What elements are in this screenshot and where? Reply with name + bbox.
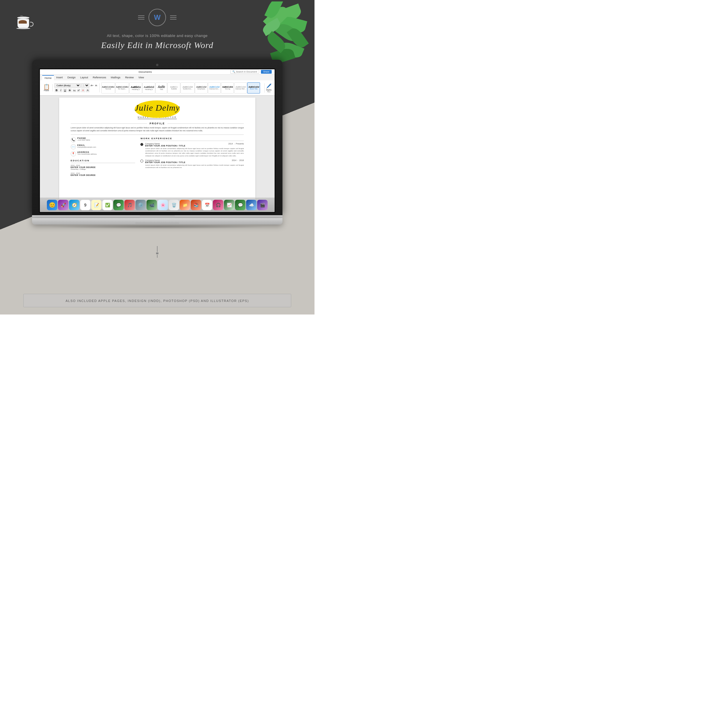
dock-itunes[interactable]: 🎧 [213, 200, 223, 210]
style-strong[interactable]: AaBbCcDd Strong [221, 83, 234, 93]
laptop-base [32, 218, 283, 225]
dock-launchpad[interactable]: 🚀 [58, 200, 69, 210]
toolbar-ribbon: 📋 Paste Calibri (Body) 12 [40, 80, 275, 95]
laptop-screen-bezel: Document1 🔍 Search in Document Share Hom… [39, 69, 275, 213]
style-book-title[interactable]: AaBbCcDd Book Title [247, 83, 260, 93]
dock-files[interactable]: 📁 [180, 200, 190, 210]
paste-label[interactable]: Paste [44, 89, 49, 92]
style-emphasis[interactable]: AaBbCcDd Emphasis [195, 83, 208, 93]
toolbar-tabs: Home Insert Design Layout References Mai… [40, 75, 275, 80]
dock-books[interactable]: 📚 [191, 200, 201, 210]
address-label: ADDRESS [78, 151, 97, 153]
dock-messages2[interactable]: 💬 [235, 200, 245, 210]
dock-safari[interactable]: 🧭 [69, 200, 80, 210]
superscript-button[interactable]: x² [77, 89, 81, 92]
styles-group: AaBbCcDdEe Normal AaBbCcDdEe No Spaci...… [100, 83, 264, 93]
dock-reminders[interactable]: ✅ [102, 200, 113, 210]
education-section: EDUCATION 2010 - 2019 ENTER YOUR DEGREE … [71, 159, 135, 176]
dock-notes[interactable]: 📝 [91, 200, 102, 210]
dock-calendar[interactable]: 9 [80, 200, 90, 210]
header-subtitle: All text, shape, color is 100% editable … [63, 34, 252, 38]
style-subtle-emph[interactable]: AaBbCcDd Subtle Em... [180, 83, 194, 93]
style-normal[interactable]: AaBbCcDdEe Normal [101, 83, 115, 93]
phone-item: 📞 PHONE +123 4567 8953 [71, 137, 135, 142]
email-label: EMAIL [78, 144, 96, 146]
address-value: Your street/state address. [78, 153, 97, 155]
dock-finder[interactable]: 😊 [47, 200, 57, 210]
dock-icloud[interactable]: ☁️ [246, 200, 257, 210]
word-icon-container: W [138, 9, 176, 26]
style-quote[interactable]: AaBbCcDd Intense Ref... [234, 83, 247, 93]
font-color-button[interactable]: A [81, 88, 85, 92]
bottom-banner-text: ALSO INCLUDED APPLE PAGES, INDESIGN (IND… [66, 299, 249, 303]
laptop-screen-outer: Document1 🔍 Search in Document Share Hom… [32, 60, 283, 215]
right-column: WORK EXPERIENCE Company Name [140, 137, 244, 179]
tab-design[interactable]: Design [65, 75, 78, 80]
dock-music[interactable]: 🎵 [124, 200, 135, 210]
search-in-doc[interactable]: 🔍 Search in Document [230, 70, 259, 74]
editing-group: 🖊️ Styles Pane [265, 83, 273, 93]
dock-trash[interactable]: 🗑️ [168, 200, 179, 210]
work-item-2: Company Name 2014 - 2016 EN [140, 159, 244, 169]
edu-item-2: 2010 - 2019 ENTER YOUR DEGREE [71, 172, 135, 176]
tab-review[interactable]: Review [123, 75, 136, 80]
address-item: 📍 ADDRESS Your street/state address. [71, 151, 135, 156]
tab-view[interactable]: View [136, 75, 146, 80]
tab-home[interactable]: Home [42, 75, 54, 80]
style-heading2[interactable]: AaBbDd Heading 2 [142, 83, 155, 93]
resume-page: Julie Delmy MARKETING DIRECTOR PROFILE [59, 98, 256, 210]
font-select[interactable]: Calibri (Body) [55, 83, 81, 88]
mac-dock: 😊 🚀 🧭 9 📝 ✅ 💬 🎵 ⚙️ 📹 🌸 🗑️ 📁 📚 📅 🎧 [40, 197, 275, 212]
left-column: 📞 PHONE +123 4567 8953 ✉️ EMAI [71, 137, 135, 179]
laptop: Document1 🔍 Search in Document Share Hom… [32, 60, 283, 229]
tab-layout[interactable]: Layout [78, 75, 90, 80]
underline-button[interactable]: U [63, 88, 67, 92]
work-section-title: WORK EXPERIENCE [140, 137, 244, 141]
dock-sysprefs[interactable]: ⚙️ [135, 200, 146, 210]
style-subtitle[interactable]: AaBbCc Subtitle [167, 83, 180, 93]
laptop-shadow [47, 225, 268, 229]
highlight-button[interactable]: A [86, 88, 90, 92]
laptop-hinge [32, 215, 283, 218]
italic-button[interactable]: I [60, 88, 63, 92]
education-title: EDUCATION [71, 159, 135, 163]
font-group: Calibri (Body) 12 A+ A- B I [53, 83, 99, 92]
dock-messages[interactable]: 💬 [113, 200, 124, 210]
resume-header: Julie Delmy MARKETING DIRECTOR [71, 103, 244, 119]
doc-content: Julie Delmy MARKETING DIRECTOR PROFILE [40, 96, 275, 212]
dock-stocks[interactable]: 📈 [224, 200, 234, 210]
work-item-1: Company Name 2014 - Presents [140, 143, 244, 157]
style-heading1[interactable]: AaBbCc Heading 1 [129, 83, 142, 93]
laptop-camera [156, 64, 158, 66]
style-no-spacing[interactable]: AaBbCcDdEe No Spaci... [115, 83, 129, 93]
profile-section: PROFILE Lorem ipsum dolor sit amet conse… [71, 122, 244, 132]
email-item: ✉️ EMAIL example@example.com [71, 144, 135, 149]
profile-section-title: PROFILE [149, 122, 165, 125]
tab-insert[interactable]: Insert [54, 75, 65, 80]
coffee-cup [15, 9, 37, 31]
share-button[interactable]: Share [261, 70, 272, 74]
phone-label: PHONE [78, 137, 90, 139]
bottom-banner: ALSO INCLUDED APPLE PAGES, INDESIGN (IND… [23, 294, 291, 307]
tab-mailings[interactable]: Mailings [109, 75, 123, 80]
laptop-screen: Document1 🔍 Search in Document Share Hom… [40, 69, 275, 212]
dock-facetime[interactable]: 📹 [147, 200, 157, 210]
header-title: Easily Edit in Microsoft Word [63, 40, 252, 50]
style-title[interactable]: AaBb Title [156, 83, 167, 93]
font-size-select[interactable]: 12 [81, 83, 89, 88]
resume-name: Julie Delmy [135, 103, 180, 112]
resume-two-col: 📞 PHONE +123 4567 8953 ✉️ EMAI [71, 137, 244, 179]
profile-text: Lorem ipsum dolor sit amet consectetur a… [71, 126, 244, 132]
dock-video[interactable]: 🎬 [257, 200, 268, 210]
document-title: Document1 [139, 70, 152, 73]
tab-references[interactable]: References [90, 75, 109, 80]
paste-group: 📋 Paste [42, 84, 53, 92]
edu-item-1: 2010 - 2019 ENTER YOUR DEGREE University… [71, 165, 135, 170]
word-title-bar: Document1 🔍 Search in Document Share Hom… [40, 69, 275, 96]
dock-calendar2[interactable]: 📅 [202, 200, 212, 210]
bold-button[interactable]: B [55, 88, 59, 92]
subscript-button[interactable]: x₂ [72, 89, 76, 92]
style-intense-emph[interactable]: AaBbCcDd Intense Em... [208, 83, 221, 93]
strikethrough-button[interactable]: S [68, 88, 72, 92]
dock-photos[interactable]: 🌸 [158, 200, 168, 210]
